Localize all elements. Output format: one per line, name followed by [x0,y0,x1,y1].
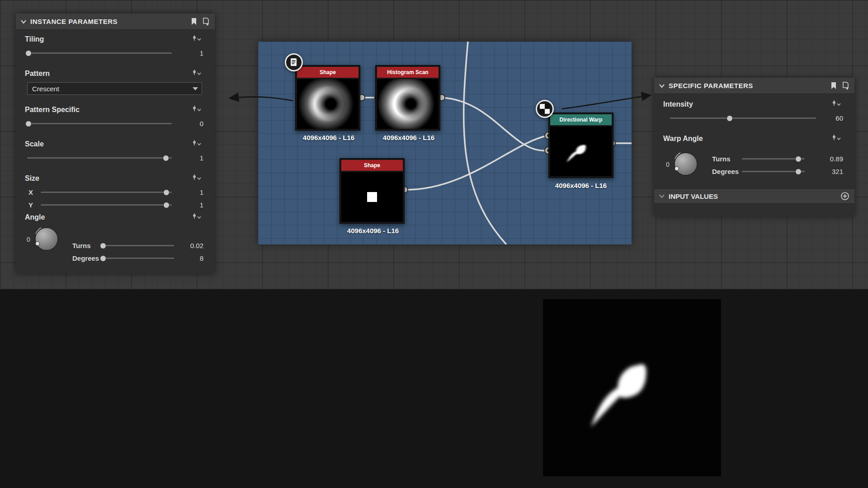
angle-label: Angle [25,213,45,221]
panel-title: INSTANCE PARAMETERS [30,18,118,25]
chevron-down-icon[interactable] [659,193,665,199]
pattern-dropdown[interactable]: Crescent [27,82,202,95]
warp-turns-knob[interactable] [795,156,802,162]
specific-parameters-panel: SPECIFIC PARAMETERS Intensity [654,78,854,216]
node-title: Shape [320,69,336,75]
node-histogram-scan-thumbnail[interactable] [377,79,439,129]
node-shape-square-header[interactable]: Shape [341,160,403,171]
checkerboard-icon [540,104,550,114]
size-x-slider-knob[interactable] [163,189,170,196]
angle-turns-label: Turns [72,242,91,249]
scale-options-icon[interactable] [192,139,202,147]
pattern-specific-options-icon[interactable] [192,105,202,113]
node-histogram-scan[interactable]: Histogram Scan [375,65,440,131]
warp-angle-options-icon[interactable] [832,134,842,142]
bookmark-icon[interactable] [190,18,198,26]
angle-turns-track[interactable] [101,245,174,246]
size-x-slider-track[interactable] [41,192,172,193]
warp-degrees-knob[interactable] [795,169,802,175]
tiling-slider-knob[interactable] [25,50,32,56]
angle-degrees-row: Degrees 8 [16,252,215,264]
wire-square-to-warp[interactable] [405,136,547,190]
warp-turns-row: Turns 0.89 [654,153,854,164]
size-y-slider-track[interactable] [41,204,172,206]
tiling-slider-row: 1 [16,47,215,59]
warp-turns-track[interactable] [742,158,805,160]
size-x-value[interactable]: 1 [200,188,203,196]
node-directional-warp-thumbnail[interactable] [550,127,612,176]
warp-angle-label: Warp Angle [663,135,703,143]
intensity-value[interactable]: 60 [835,114,843,122]
angle-turns-knob[interactable] [100,243,106,249]
warp-degrees-value[interactable]: 321 [832,168,843,175]
scale-label: Scale [25,140,44,148]
checkerboard-badge[interactable] [536,100,554,118]
size-label: Size [25,174,39,183]
size-y-value[interactable]: 1 [200,201,203,209]
scale-value[interactable]: 1 [200,154,203,162]
pattern-specific-slider-knob[interactable] [25,121,32,127]
warp-turns-value[interactable]: 0.89 [830,155,843,163]
node-shape-square[interactable]: Shape [340,158,405,224]
node-directional-warp-header[interactable]: Directional Warp [550,114,612,125]
tiling-options-icon[interactable] [192,34,202,42]
scale-slider-knob[interactable] [163,155,169,161]
wire-histogram-to-warp[interactable] [442,98,547,150]
add-input-value-icon[interactable] [841,192,849,200]
angle-options-icon[interactable] [192,212,202,221]
result-preview-image [543,299,721,476]
warp-degrees-track[interactable] [742,171,805,172]
warped-shape-preview [550,127,612,176]
square-shape-preview [367,192,377,202]
pattern-specific-slider-track[interactable] [27,123,172,124]
specific-parameters-header[interactable]: SPECIFIC PARAMETERS [654,78,854,94]
input-values-section[interactable]: INPUT VALUES [654,188,854,204]
instance-parameters-header[interactable]: INSTANCE PARAMETERS [16,14,215,30]
node-histogram-scan-header[interactable]: Histogram Scan [377,67,439,78]
chevron-down-icon[interactable] [20,19,27,25]
instance-parameters-panel: INSTANCE PARAMETERS Tiling [16,14,215,273]
save-preset-icon[interactable] [202,18,210,26]
pattern-dropdown-value: Crescent [32,85,59,93]
size-y-row: Y 1 [16,199,215,211]
pattern-specific-slider-row: 0 [16,117,215,129]
angle-degrees-track[interactable] [101,258,174,259]
scale-slider-track[interactable] [27,157,172,159]
intensity-slider-knob[interactable] [726,115,733,122]
panel-title: SPECIFIC PARAMETERS [669,82,753,89]
pattern-specific-label: Pattern Specific [25,106,80,114]
bookmark-icon[interactable] [830,82,837,90]
node-shape-square-thumbnail[interactable] [341,172,403,222]
intensity-slider-track[interactable] [670,117,816,119]
chevron-down-icon[interactable] [659,83,665,89]
node-graph-canvas[interactable]: Shape 4096x4096 - L16 Histogram Scan 409… [258,42,632,244]
application-window: Shape 4096x4096 - L16 Histogram Scan 409… [0,0,868,488]
pattern-options-icon[interactable] [192,69,202,77]
intensity-slider-row: 60 [654,112,854,124]
legend-area: KEY NODES Shape Node (circular)- Crescen… [0,289,868,488]
wire-passthrough[interactable] [464,42,506,244]
node-shape-circular-header[interactable]: Shape [297,67,359,78]
angle-turns-value[interactable]: 0.02 [190,242,203,249]
node-title: Directional Warp [560,117,603,123]
save-preset-icon[interactable] [842,82,850,90]
tiling-value[interactable]: 1 [200,49,203,57]
node-shape-circular-thumbnail[interactable] [297,79,359,129]
size-x-row: X 1 [16,186,215,198]
warp-degrees-label: Degrees [712,168,739,175]
size-x-label: X [28,188,33,196]
angle-degrees-knob[interactable] [100,255,106,262]
intensity-options-icon[interactable] [832,99,842,108]
tiling-slider-track[interactable] [27,52,172,54]
node-title: Histogram Scan [387,69,428,75]
angle-degrees-value[interactable]: 8 [200,254,203,262]
angle-degrees-label: Degrees [72,254,99,262]
output-document-badge[interactable] [285,53,303,71]
node-directional-warp[interactable]: Directional Warp [548,113,613,178]
size-y-slider-knob[interactable] [163,202,170,208]
dropdown-caret-icon [193,87,198,90]
angle-turns-row: Turns 0.02 [16,239,215,251]
pattern-specific-value[interactable]: 0 [200,120,203,127]
node-shape-circular[interactable]: Shape [295,65,360,131]
size-options-icon[interactable] [192,174,202,182]
